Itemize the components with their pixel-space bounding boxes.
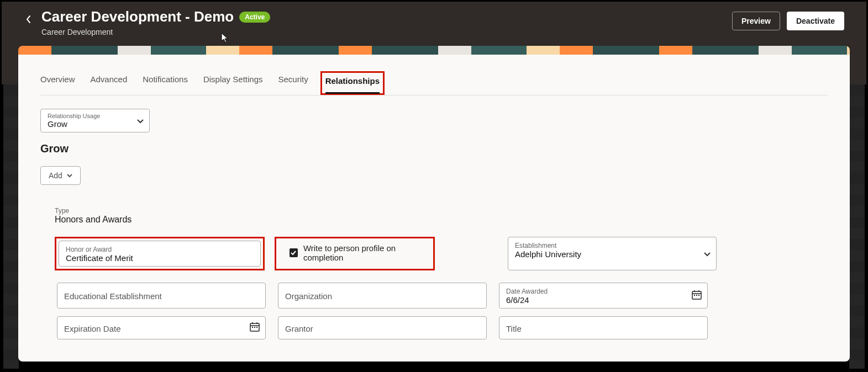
honor-award-field[interactable]: Honor or Award Certificate of Merit [59,241,261,267]
preview-button[interactable]: Preview [732,12,780,30]
relationship-usage-value: Grow [48,119,144,129]
cursor-icon [221,33,229,46]
svg-rect-6 [698,295,699,296]
svg-rect-4 [694,295,695,296]
tab-overview[interactable]: Overview [40,71,75,95]
chevron-down-icon [67,174,72,178]
decorative-fade [3,84,19,369]
highlight-annotation: Honor or Award Certificate of Merit [55,237,265,270]
section-heading: Grow [40,142,828,155]
page-title: Career Development - Demo [41,8,234,25]
grantor-label: Grantor [285,324,480,333]
status-badge: Active [239,12,270,23]
add-button-label: Add [49,171,62,180]
calendar-icon[interactable] [692,290,702,302]
honor-award-label: Honor or Award [66,246,254,253]
title-label: Title [506,324,701,333]
tab-security[interactable]: Security [278,71,308,95]
svg-rect-12 [254,327,255,328]
calendar-icon[interactable] [250,322,260,334]
establishment-label: Establishment [515,242,709,249]
write-profile-label: Write to person profile on completion [303,243,429,262]
honor-award-value: Certificate of Merit [66,253,254,263]
expiration-date-label: Expiration Date [64,324,259,333]
svg-rect-11 [252,327,253,328]
decorative-strip [18,46,850,55]
expiration-date-field[interactable]: Expiration Date [57,316,266,339]
date-awarded-value: 6/6/24 [506,295,701,305]
tab-advanced[interactable]: Advanced [91,71,128,95]
deactivate-button[interactable]: Deactivate [787,12,844,30]
chevron-down-icon [704,249,711,259]
organization-field[interactable]: Organization [278,283,487,309]
type-label: Type [55,207,828,215]
write-profile-checkbox[interactable]: Write to person profile on completion [281,243,429,262]
date-awarded-field[interactable]: Date Awarded 6/6/24 [499,283,708,309]
checkbox-checked-icon [290,248,298,257]
educational-establishment-field[interactable]: Educational Establishment [57,283,266,309]
header-bar: Career Development - Demo Active Career … [2,2,866,46]
add-button[interactable]: Add [40,166,81,185]
svg-rect-13 [256,327,257,328]
type-value: Honors and Awards [55,215,828,225]
grantor-field[interactable]: Grantor [278,316,487,339]
title-field[interactable]: Title [499,316,708,339]
relationship-usage-label: Relationship Usage [48,113,144,119]
page-subtitle: Career Development [41,28,270,36]
relationship-usage-select[interactable]: Relationship Usage Grow [40,109,150,132]
organization-label: Organization [285,291,480,301]
establishment-select[interactable]: Establishment Adelphi University [508,237,717,270]
highlight-annotation: Relationships [320,71,385,95]
svg-rect-5 [696,295,697,296]
decorative-fade [849,84,865,369]
content-panel: Overview Advanced Notifications Display … [18,55,850,362]
tab-notifications[interactable]: Notifications [143,71,188,95]
establishment-value: Adelphi University [515,249,709,259]
tab-relationships[interactable]: Relationships [325,73,380,93]
chevron-down-icon [137,116,144,126]
educational-establishment-label: Educational Establishment [64,291,259,301]
tab-display-settings[interactable]: Display Settings [203,71,263,95]
date-awarded-label: Date Awarded [506,288,701,295]
back-chevron-icon[interactable] [24,13,33,26]
tabs-row: Overview Advanced Notifications Display … [40,71,828,95]
highlight-annotation: Write to person profile on completion [275,237,435,270]
